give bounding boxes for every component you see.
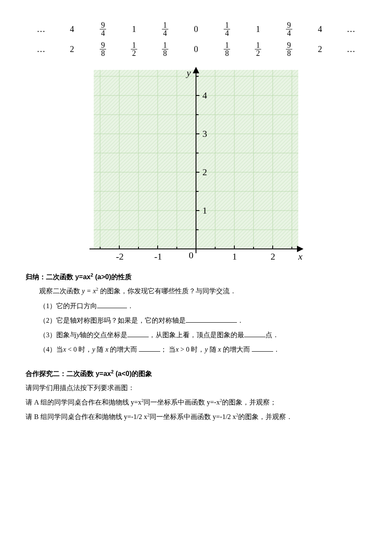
svg-text:-2: -2 bbox=[116, 251, 124, 262]
table-row: …298121801812982… bbox=[26, 41, 366, 57]
blank-input[interactable] bbox=[97, 301, 127, 308]
svg-text:4: 4 bbox=[202, 90, 207, 101]
svg-text:1: 1 bbox=[232, 251, 237, 262]
section2-line1: 请同学们用描点法按下列要求画图： bbox=[26, 381, 366, 395]
question-2: （2）它是轴对称图形吗？如果是，它的对称轴是． bbox=[26, 314, 366, 327]
x-axis-label: x bbox=[298, 251, 303, 262]
svg-text:2: 2 bbox=[202, 167, 207, 177]
section2-line3: 请 B 组同学同桌合作在和抛物线 y=-1/2 x2同一坐标系中画函数 y=-1… bbox=[26, 410, 366, 424]
blank-input[interactable] bbox=[139, 344, 160, 352]
value-table: …4941140141944… …298121801812982… bbox=[26, 21, 366, 57]
question-3: （3）图象与y轴的交点坐标是，从图象上看，顶点是图象的最点． bbox=[26, 328, 366, 342]
question-4: （4）当x < 0 时，y 随 x 的增大而 ； 当x > 0 时，y 随 x … bbox=[26, 343, 366, 356]
y-axis-label: y bbox=[186, 67, 191, 78]
section2-title: 合作探究二：二次函数 y=ax2 (a<0)的图象 bbox=[26, 369, 366, 379]
blank-input[interactable] bbox=[252, 344, 273, 352]
section2-line2: 请 A 组的同学同桌合作在和抛物线 y=x2同一坐标系中画函数 y=-x2的图象… bbox=[26, 396, 366, 409]
svg-text:1: 1 bbox=[202, 205, 207, 216]
question-1: （1）它的开口方向． bbox=[26, 299, 366, 313]
svg-text:0: 0 bbox=[189, 250, 193, 260]
blank-input[interactable] bbox=[186, 315, 237, 323]
svg-text:3: 3 bbox=[202, 128, 207, 139]
section1-title: 归纳：二次函数 y=ax2 (a>0)的性质 bbox=[26, 272, 366, 282]
table-row: …4941140141944… bbox=[26, 21, 366, 37]
coordinate-graph: y x 0 -2 -1 1 2 1 2 3 4 bbox=[26, 66, 366, 266]
blank-input[interactable] bbox=[127, 330, 149, 337]
blank-input[interactable] bbox=[244, 330, 265, 337]
svg-text:-1: -1 bbox=[154, 251, 162, 262]
section1-intro: 观察二次函数 y = x2 的图象，你发现它有哪些性质？与同学交流． bbox=[26, 284, 366, 298]
svg-text:2: 2 bbox=[271, 251, 275, 262]
